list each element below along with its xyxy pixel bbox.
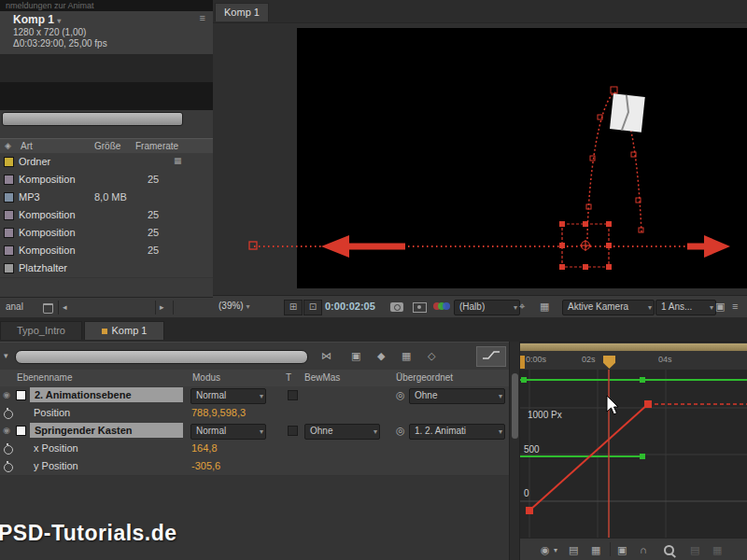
- camera-view-dropdown[interactable]: Aktive Kamera ▾: [562, 300, 655, 315]
- layer-color-swatch[interactable]: [16, 426, 26, 436]
- transform-box-icon[interactable]: ▣: [617, 545, 627, 555]
- shy-layers-icon[interactable]: ◆: [377, 351, 385, 361]
- label-swatch[interactable]: [4, 263, 14, 273]
- property-row-position[interactable]: Position 788,9,598,3: [0, 404, 509, 423]
- selected-comp-name[interactable]: Komp 1 ▾: [13, 13, 61, 26]
- column-t[interactable]: T: [286, 372, 291, 383]
- stopwatch-icon[interactable]: [4, 463, 13, 472]
- mode-dropdown[interactable]: Normal ▾: [190, 424, 266, 440]
- flowchart-icon[interactable]: ⋈: [321, 351, 331, 361]
- property-value[interactable]: -305,6: [191, 460, 220, 471]
- eye-icon[interactable]: ◉: [3, 427, 10, 435]
- project-item-komposition[interactable]: Komposition 25: [0, 171, 213, 189]
- project-item-platzhalter[interactable]: Platzhalter: [0, 259, 213, 278]
- column-layer-name[interactable]: Ebenenname: [17, 372, 73, 383]
- motion-blur-icon[interactable]: ◇: [428, 351, 435, 361]
- graph-editor-button[interactable]: [476, 346, 506, 367]
- column-mode[interactable]: Modus: [192, 372, 220, 383]
- timeline-panel: Typo_Intro Komp 1 ▾ ⋈ ▣ ◆ ▦ ◇ Ebenenname…: [0, 317, 747, 560]
- zoom-dropdown[interactable]: (39%) ▾: [218, 301, 249, 311]
- label-swatch[interactable]: [4, 192, 14, 203]
- grid-options-icon[interactable]: ⊞: [284, 300, 303, 315]
- layer-name[interactable]: 2. Animationsebene: [30, 387, 183, 402]
- stopwatch-icon[interactable]: [4, 410, 13, 419]
- pickwhip-icon[interactable]: ◎: [396, 389, 405, 401]
- mask-visibility-icon[interactable]: ⊡: [303, 300, 322, 315]
- graph-type-icon[interactable]: ▤: [569, 545, 578, 555]
- view-layout-dropdown[interactable]: 1 Ans... ▾: [655, 300, 716, 315]
- project-item-komposition[interactable]: Komposition 25: [0, 206, 213, 225]
- tab-komp1-viewer[interactable]: Komp 1: [215, 3, 269, 21]
- property-value[interactable]: 164,8: [191, 442, 218, 454]
- project-search-input[interactable]: [2, 112, 183, 126]
- pickwhip-icon[interactable]: ◎: [396, 425, 405, 437]
- parent-dropdown[interactable]: Ohne ▾: [409, 388, 505, 404]
- column-parent[interactable]: Übergeordnet: [396, 372, 453, 383]
- show-snapshot-icon[interactable]: [413, 302, 427, 313]
- resolution-dropdown[interactable]: (Halb) ▾: [454, 300, 520, 315]
- pixel-aspect-icon[interactable]: ▣: [715, 301, 725, 312]
- project-item-ordner[interactable]: Ordner ▦: [0, 153, 213, 172]
- composition-viewport[interactable]: [297, 28, 747, 288]
- preserve-transparency-checkbox[interactable]: [288, 390, 298, 400]
- scroll-left-icon[interactable]: ◂: [63, 303, 67, 312]
- label-swatch[interactable]: [4, 210, 14, 220]
- eye-icon[interactable]: ◉: [3, 391, 10, 399]
- graph-navigator-bar[interactable]: [520, 343, 747, 351]
- tab-komp1-timeline[interactable]: Komp 1: [84, 321, 164, 340]
- auto-zoom-icon[interactable]: [664, 545, 674, 555]
- column-framerate[interactable]: Framerate: [135, 141, 178, 151]
- scroll-right-icon[interactable]: ▸: [160, 303, 164, 312]
- current-timecode[interactable]: 0:00:02:05: [325, 301, 375, 312]
- label-swatch[interactable]: [4, 175, 14, 185]
- property-value[interactable]: 788,9,598,3: [191, 407, 246, 418]
- property-row-x-position[interactable]: x Position 164,8: [0, 440, 509, 458]
- fit-selection-icon[interactable]: ▤: [690, 545, 699, 555]
- preserve-transparency-checkbox[interactable]: [288, 426, 298, 436]
- column-trkmat[interactable]: BewMas: [304, 372, 340, 383]
- layer-color-swatch[interactable]: [16, 390, 26, 400]
- panel-menu-icon[interactable]: ≡: [200, 13, 205, 23]
- property-row-y-position[interactable]: y Position -305,6: [0, 457, 509, 476]
- transparency-grid-icon[interactable]: ▦: [540, 301, 549, 312]
- label-swatch[interactable]: [4, 245, 14, 256]
- timeline-vertical-scrollbar[interactable]: [509, 342, 520, 560]
- trkmat-dropdown[interactable]: Ohne ▾: [304, 424, 380, 440]
- stopwatch-icon[interactable]: [4, 445, 13, 455]
- tab-typo-intro[interactable]: Typo_Intro: [0, 321, 82, 340]
- label-swatch[interactable]: [4, 157, 14, 167]
- project-item-list: Ordner ▦ Komposition 25 MP3 8,0 MB Kompo…: [0, 153, 213, 277]
- graph-value-label: 0: [524, 488, 529, 498]
- fit-all-icon[interactable]: ▦: [712, 545, 722, 555]
- project-item-mp3[interactable]: MP3 8,0 MB: [0, 189, 213, 207]
- label-swatch[interactable]: [4, 228, 14, 238]
- snapshot-camera-icon[interactable]: [390, 302, 403, 312]
- region-of-interest-icon[interactable]: ⌖: [519, 301, 525, 312]
- work-area-start-marker[interactable]: [520, 356, 525, 369]
- playhead-marker[interactable]: [603, 356, 615, 369]
- project-item-komposition[interactable]: Komposition 25: [0, 242, 213, 260]
- channel-icon[interactable]: [433, 302, 452, 312]
- filter-chevron-icon[interactable]: ▾: [4, 352, 8, 360]
- column-art[interactable]: Art: [21, 141, 33, 151]
- snap-icon[interactable]: ∩: [640, 545, 647, 555]
- mode-dropdown[interactable]: Normal ▾: [190, 388, 266, 404]
- layer-name[interactable]: Springender Kasten: [30, 423, 183, 438]
- graph-options-icon[interactable]: ▦: [591, 545, 600, 555]
- layer-row-animationsebene[interactable]: ◉ 2. Animationsebene Normal ▾ ◎ Ohne ▾: [0, 386, 509, 405]
- column-size[interactable]: Größe: [94, 141, 120, 151]
- timeline-search-input[interactable]: [15, 350, 308, 364]
- scrollbar-thumb[interactable]: [512, 373, 518, 439]
- parent-dropdown[interactable]: 1. 2. Animati ▾: [409, 424, 505, 440]
- show-properties-icon[interactable]: ◉: [541, 545, 550, 555]
- chevron-down-icon[interactable]: ▾: [554, 547, 557, 554]
- folder-grid-icon[interactable]: ▦: [174, 157, 182, 165]
- project-item-komposition[interactable]: Komposition 25: [0, 224, 213, 243]
- graph-time-ruler[interactable]: 0:00s 02s 04s: [520, 351, 747, 371]
- draft-3d-icon[interactable]: ▣: [351, 351, 360, 361]
- trash-icon[interactable]: [43, 303, 53, 314]
- layer-row-springender-kasten[interactable]: ◉ Springender Kasten Normal ▾ Ohne ▾ ◎ 1…: [0, 422, 509, 441]
- graph-editor-area[interactable]: 1000 Px 500 0: [520, 370, 747, 538]
- timeline-link-icon[interactable]: ≡: [732, 301, 738, 312]
- frame-blend-icon[interactable]: ▦: [402, 351, 411, 361]
